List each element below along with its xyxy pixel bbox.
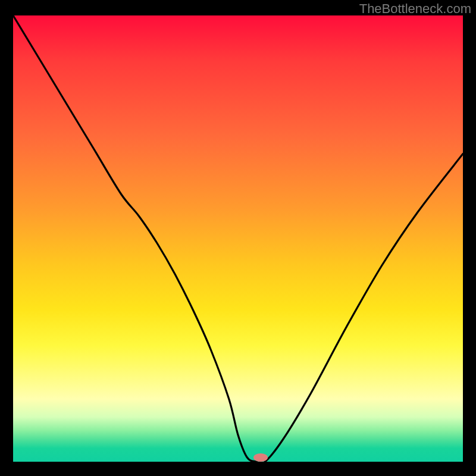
optimum-marker	[253, 453, 268, 462]
bottleneck-curve	[13, 15, 463, 462]
chart-plot-area	[13, 15, 463, 462]
chart-curve-layer	[13, 15, 463, 462]
watermark-text: TheBottleneck.com	[359, 1, 471, 17]
